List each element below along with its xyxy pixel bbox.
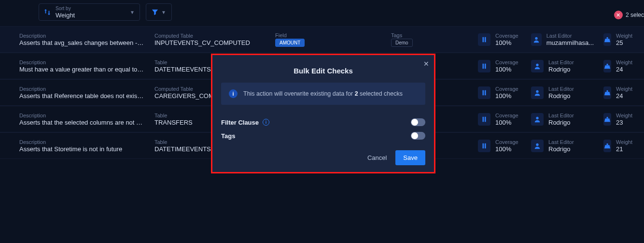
funnel-icon	[152, 9, 158, 15]
sort-by-select[interactable]: Sort by Weight ▼	[39, 3, 140, 21]
tags-row: Tags	[221, 129, 425, 143]
col-label: Weight	[616, 112, 632, 119]
selection-pill[interactable]: ✕ 2 selec	[614, 11, 644, 19]
col-value: Rodrigo	[548, 66, 574, 73]
col-label: Weight	[616, 86, 632, 92]
tag-badge: Demo	[391, 39, 413, 47]
col-label: Coverage	[495, 32, 518, 39]
col-label: Last Editor	[548, 59, 574, 66]
save-button[interactable]: Save	[395, 150, 425, 165]
col-label: Coverage	[495, 86, 518, 92]
weight-icon	[603, 113, 611, 126]
col-value: 100%	[495, 66, 518, 73]
col-value: Rodrigo	[548, 92, 574, 100]
selection-count-text: 2 selec	[626, 12, 644, 18]
svg-rect-10	[485, 116, 486, 122]
coverage-icon	[478, 86, 490, 99]
table-row[interactable]: Description Asserts that avg_sales chang…	[0, 26, 644, 53]
col-value: Asserts that Reference table does not ex…	[19, 92, 145, 100]
col-label: Last Editor	[548, 112, 574, 119]
col-label: Tags	[391, 32, 468, 39]
info-count: 2	[355, 90, 358, 97]
col-value: Asserts that the selected columns are no…	[19, 119, 145, 127]
col-value: 100%	[495, 92, 518, 100]
svg-point-11	[536, 116, 538, 119]
col-value: 24	[616, 92, 632, 100]
col-value: Rodrigo	[548, 145, 574, 153]
svg-point-2	[535, 37, 537, 39]
svg-rect-3	[483, 63, 484, 69]
person-icon	[531, 60, 544, 72]
col-value: 25	[616, 39, 632, 47]
svg-rect-9	[483, 116, 484, 122]
col-value: 100%	[495, 119, 518, 127]
col-label: Field	[275, 32, 381, 39]
col-value: Asserts that avg_sales changes between -…	[19, 39, 145, 47]
col-label: Last Editor	[546, 32, 594, 39]
info-icon[interactable]: i	[263, 119, 269, 126]
svg-rect-6	[483, 90, 484, 95]
tags-toggle[interactable]	[411, 132, 425, 140]
col-label: Description	[19, 59, 145, 66]
bulk-edit-modal: ✕ Bulk Edit Checks i This action will ov…	[211, 54, 435, 173]
sort-by-value: Weight	[56, 12, 125, 19]
col-value: Must have a value greater than or equal …	[19, 66, 145, 73]
info-banner: i This action will overwrite existing da…	[221, 83, 425, 105]
col-label: Description	[19, 139, 145, 145]
col-label: Coverage	[495, 139, 518, 145]
col-value: Rodrigo	[548, 119, 574, 127]
col-value: 24	[616, 66, 632, 73]
svg-point-14	[536, 143, 538, 145]
col-value: muzammilhasa...	[546, 39, 594, 47]
col-value: 100%	[495, 145, 518, 153]
filter-clause-row: Filter Clause i	[221, 115, 425, 129]
svg-rect-13	[485, 143, 486, 148]
weight-icon	[603, 140, 611, 152]
sort-icon	[44, 9, 51, 15]
col-label: Weight	[616, 139, 632, 145]
info-prefix: This action will overwrite existing data…	[243, 90, 355, 97]
info-text: This action will overwrite existing data…	[243, 90, 403, 97]
cancel-button[interactable]: Cancel	[367, 154, 387, 161]
svg-point-8	[536, 90, 538, 92]
col-value: 21	[616, 145, 632, 153]
sort-labels: Sort by Weight	[56, 5, 125, 19]
col-label: Weight	[616, 32, 632, 39]
info-suffix: selected checks	[358, 90, 403, 97]
person-icon	[531, 33, 542, 46]
field-badge: AMOUNT	[275, 39, 305, 47]
close-icon[interactable]: ✕	[423, 60, 429, 68]
svg-rect-12	[483, 143, 484, 148]
svg-rect-1	[485, 37, 486, 42]
coverage-icon	[478, 60, 490, 72]
col-value: Asserts that Storetime is not in future	[19, 145, 145, 153]
filter-clause-toggle[interactable]	[411, 118, 425, 126]
modal-title: Bulk Edit Checks	[221, 64, 425, 83]
col-label: Description	[19, 32, 145, 39]
sort-by-label: Sort by	[56, 5, 125, 12]
close-icon[interactable]: ✕	[614, 11, 623, 19]
filter-clause-label: Filter Clause	[221, 119, 259, 126]
col-label: Weight	[616, 59, 632, 66]
weight-icon	[603, 86, 611, 99]
svg-rect-0	[483, 37, 484, 42]
filter-button[interactable]: ▼	[146, 3, 172, 21]
svg-point-5	[536, 63, 538, 66]
person-icon	[531, 113, 544, 126]
weight-icon	[603, 33, 611, 46]
col-label: Computed Table	[154, 32, 266, 39]
col-label: Last Editor	[548, 86, 574, 92]
col-value: INPUTEVENTS_CV_COMPUTED	[154, 39, 266, 47]
tags-label: Tags	[221, 132, 235, 140]
col-value: 100%	[495, 39, 518, 47]
coverage-icon	[478, 113, 490, 126]
chevron-down-icon: ▼	[130, 10, 135, 15]
col-label: Coverage	[495, 112, 518, 119]
info-icon: i	[229, 89, 238, 98]
person-icon	[531, 140, 544, 152]
col-label: Description	[19, 112, 145, 119]
toolbar: Sort by Weight ▼ ▼	[0, 0, 644, 26]
coverage-icon	[478, 33, 490, 46]
col-label: Description	[19, 86, 145, 92]
col-label: Coverage	[495, 59, 518, 66]
